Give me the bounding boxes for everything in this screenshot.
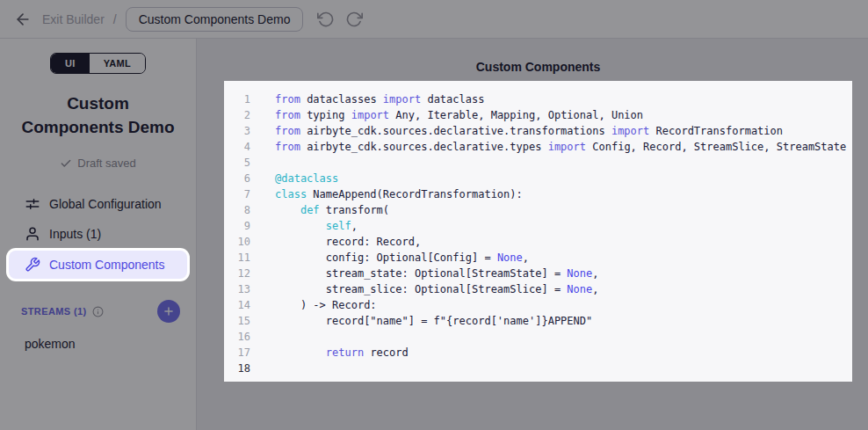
line-code: stream_state: Optional[StreamState] = No… (275, 266, 598, 281)
page-title: Custom Components (224, 60, 852, 74)
code-line: 18 (224, 361, 852, 376)
arrow-left-icon (14, 11, 32, 28)
code-line: 10 record: Record, (224, 234, 852, 250)
code-line: 15 record["name"] = f"{record['name']}AP… (224, 313, 852, 329)
plus-icon (163, 305, 175, 317)
main-content: Custom Components 1from dataclasses impo… (197, 39, 868, 430)
line-code: self, (275, 218, 358, 234)
draft-status: Draft saved (0, 157, 196, 170)
line-number: 4 (224, 139, 250, 155)
line-number: 17 (224, 345, 250, 361)
sidebar-item-global-configuration[interactable]: Global Configuration (0, 189, 196, 219)
line-code: from airbyte_cdk.sources.declarative.typ… (275, 139, 846, 155)
sidebar-item-label: Inputs (1) (49, 227, 101, 241)
sidebar-nav: Global Configuration Inputs (1) Custom C… (0, 189, 196, 281)
line-number: 3 (224, 123, 250, 139)
sidebar: UI YAML Custom Components Demo Draft sav… (0, 39, 197, 430)
code-editor[interactable]: 1from dataclasses import dataclass2from … (224, 81, 852, 382)
toggle-yaml-button[interactable]: YAML (90, 54, 145, 73)
line-number: 9 (224, 218, 250, 234)
line-code: def transform( (275, 202, 389, 218)
code-line: 14 ) -> Record: (224, 297, 852, 313)
code-line: 11 config: Optional[Config] = None, (224, 250, 852, 266)
undo-icon (317, 11, 335, 28)
code-line: 12 stream_state: Optional[StreamState] =… (224, 266, 852, 281)
connector-name-input[interactable]: Custom Components Demo (126, 7, 304, 32)
connector-title: Custom Components Demo (0, 91, 196, 139)
line-number: 15 (224, 313, 250, 329)
code-line: 13 stream_slice: Optional[StreamSlice] =… (224, 281, 852, 297)
user-icon (25, 226, 40, 242)
line-number: 13 (224, 281, 250, 297)
toggle-ui-button[interactable]: UI (51, 54, 90, 73)
line-number: 2 (224, 107, 250, 123)
code-line: 17 return record (224, 345, 852, 361)
sliders-icon (25, 196, 40, 212)
check-icon (60, 157, 72, 170)
sidebar-item-inputs[interactable]: Inputs (1) (0, 219, 196, 249)
line-code: stream_slice: Optional[StreamSlice] = No… (275, 281, 598, 297)
code-line: 2from typing import Any, Iterable, Mappi… (224, 107, 852, 123)
line-code: record["name"] = f"{record['name']}APPEN… (275, 313, 592, 329)
exit-builder-link[interactable]: Exit Builder (42, 12, 105, 26)
back-button[interactable] (12, 9, 33, 30)
line-code: from typing import Any, Iterable, Mappin… (275, 107, 643, 123)
code-line: 1from dataclasses import dataclass (224, 91, 852, 107)
line-code: ) -> Record: (275, 297, 377, 313)
code-line: 9 self, (224, 218, 852, 234)
code-lines: 1from dataclasses import dataclass2from … (224, 91, 852, 376)
redo-icon (345, 11, 363, 28)
add-stream-button[interactable] (157, 300, 180, 323)
line-code: record: Record, (275, 234, 421, 250)
line-code: class NameAppend(RecordTransformation): (275, 186, 523, 202)
line-number: 12 (224, 266, 250, 281)
code-line: 3from airbyte_cdk.sources.declarative.tr… (224, 123, 852, 139)
code-line: 6@dataclass (224, 171, 852, 186)
sidebar-item-label: Global Configuration (49, 197, 162, 211)
code-line: 4from airbyte_cdk.sources.declarative.ty… (224, 139, 852, 155)
line-number: 6 (224, 171, 250, 186)
info-icon (92, 306, 104, 317)
streams-section-header: STREAMS (1) (0, 300, 196, 323)
line-number: 5 (224, 155, 250, 171)
line-number: 18 (224, 361, 250, 376)
line-number: 7 (224, 186, 250, 202)
streams-info-trigger[interactable] (92, 306, 104, 317)
line-number: 8 (224, 202, 250, 218)
line-number: 1 (224, 91, 250, 107)
connector-builder-app: Exit Builder / Custom Components Demo UI… (0, 0, 868, 430)
line-code: from dataclasses import dataclass (275, 91, 484, 107)
line-code: return record (275, 345, 409, 361)
code-line: 8 def transform( (224, 202, 852, 218)
sidebar-item-custom-components[interactable]: Custom Components (9, 251, 187, 279)
streams-header-label: STREAMS (1) (21, 306, 87, 317)
line-number: 11 (224, 250, 250, 266)
code-line: 7class NameAppend(RecordTransformation): (224, 186, 852, 202)
breadcrumb-separator: / (113, 12, 117, 26)
draft-status-label: Draft saved (77, 157, 135, 170)
line-number: 14 (224, 297, 250, 313)
line-code: config: Optional[Config] = None, (275, 250, 529, 266)
line-code: @dataclass (275, 171, 338, 186)
wrench-icon (25, 257, 40, 273)
history-buttons (315, 9, 365, 30)
code-line: 16 (224, 329, 852, 345)
redo-button[interactable] (344, 9, 365, 30)
code-line: 5 (224, 155, 852, 171)
builder-body: UI YAML Custom Components Demo Draft sav… (0, 39, 868, 430)
connector-name-value: Custom Components Demo (139, 12, 291, 26)
stream-item-pokemon[interactable]: pokemon (0, 337, 196, 351)
ui-yaml-toggle: UI YAML (50, 53, 146, 74)
line-number: 10 (224, 234, 250, 250)
sidebar-item-label: Custom Components (49, 258, 165, 272)
line-number: 16 (224, 329, 250, 345)
undo-button[interactable] (315, 9, 336, 30)
topbar: Exit Builder / Custom Components Demo (0, 0, 868, 39)
line-code: from airbyte_cdk.sources.declarative.tra… (275, 123, 783, 139)
